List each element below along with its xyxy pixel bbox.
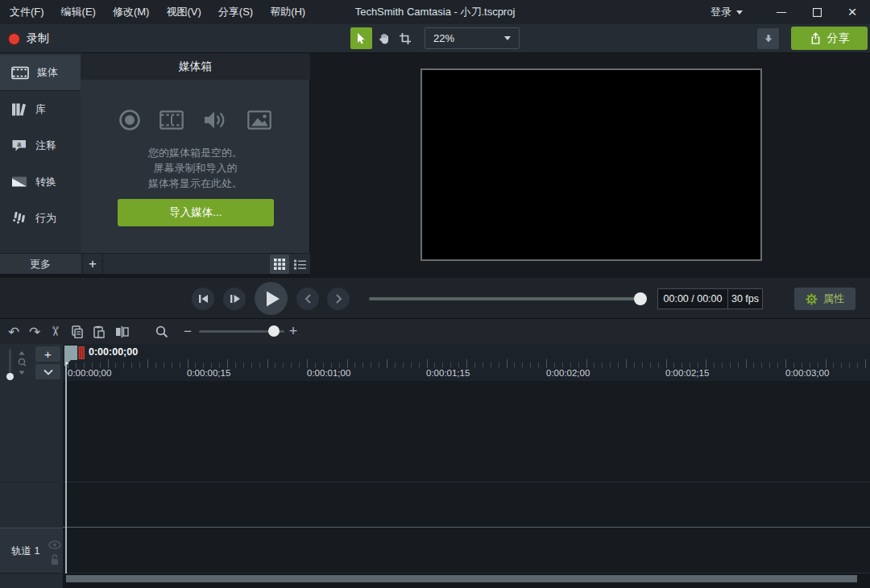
track1-label: 轨道 1 xyxy=(11,545,39,558)
chevron-down-icon xyxy=(736,10,743,14)
chevron-down-icon xyxy=(44,369,53,375)
media-bin-title: 媒体箱 xyxy=(81,53,310,80)
plus-icon: + xyxy=(289,323,298,340)
sidebar-item-label: 注释 xyxy=(35,139,56,153)
ruler-label: 0:00:02;15 xyxy=(665,368,709,378)
audio-icon xyxy=(202,108,226,132)
seek-slider[interactable] xyxy=(369,297,644,300)
playhead-marker[interactable] xyxy=(64,345,85,368)
behaviors-icon xyxy=(11,211,27,225)
sidebar-item-label: 媒体 xyxy=(37,65,58,80)
timeline-zoom-button[interactable] xyxy=(153,319,171,344)
zoom-in-button[interactable]: + xyxy=(286,319,300,344)
sidebar-item-annotations[interactable]: a 注释 xyxy=(0,127,81,164)
track-lock-icon[interactable] xyxy=(50,553,60,565)
record-label: 录制 xyxy=(27,31,49,46)
properties-button[interactable]: 属性 xyxy=(794,288,856,310)
ruler-label: 0:00:00;15 xyxy=(187,368,230,378)
playhead-time: 0:00:00;00 xyxy=(89,346,138,358)
grid-view-button[interactable] xyxy=(270,255,289,274)
menu-bar: 文件(F) 编辑(E) 修改(M) 视图(V) 分享(S) 帮助(H) xyxy=(0,5,307,19)
redo-icon: ↷ xyxy=(29,324,40,340)
sidebar-item-behaviors[interactable]: 行为 xyxy=(0,200,81,236)
menu-edit[interactable]: 编辑(E) xyxy=(60,5,97,19)
quick-export-button[interactable] xyxy=(757,28,779,49)
timeline-tracks[interactable] xyxy=(63,381,870,574)
hand-icon xyxy=(378,32,391,45)
sign-in-button[interactable]: 登录 xyxy=(710,5,743,19)
timeline-toolbar: ↶ ↷ ✂ xyxy=(0,319,870,344)
video-preview[interactable] xyxy=(420,68,762,261)
close-button[interactable]: × xyxy=(835,0,870,24)
import-media-button[interactable]: 导入媒体... xyxy=(118,199,274,226)
grid-view-icon xyxy=(274,259,285,270)
track1-header[interactable]: 轨道 1 xyxy=(0,528,63,574)
add-media-button[interactable]: + xyxy=(82,254,103,275)
sidebar-item-transitions[interactable]: 转换 xyxy=(0,164,81,200)
title-bar: 文件(F) 编辑(E) 修改(M) 视图(V) 分享(S) 帮助(H) Tech… xyxy=(0,0,870,24)
media-bin-panel: 媒体箱 您的媒体箱是空的。 屏幕录制和导入的 媒体将显示在此处。 xyxy=(81,53,310,253)
properties-label: 属性 xyxy=(823,292,844,306)
cut-button[interactable]: ✂ xyxy=(47,319,64,344)
chevron-left-icon xyxy=(304,294,312,304)
undo-icon: ↶ xyxy=(8,324,19,340)
sidebar-item-label: 库 xyxy=(35,102,46,117)
playhead-line[interactable] xyxy=(65,360,67,574)
menu-modify[interactable]: 修改(M) xyxy=(111,5,151,19)
sidebar-item-label: 行为 xyxy=(35,211,56,226)
maximize-button[interactable] xyxy=(799,0,835,24)
split-icon xyxy=(115,326,129,337)
menu-share[interactable]: 分享(S) xyxy=(217,5,255,19)
pan-tool-button[interactable] xyxy=(373,27,395,49)
track-visibility-icon[interactable] xyxy=(48,540,61,549)
seek-slider-handle[interactable] xyxy=(634,292,647,305)
gear-icon xyxy=(806,293,818,305)
cursor-icon xyxy=(355,32,367,45)
collapse-tracks-button[interactable] xyxy=(35,364,60,379)
menu-file[interactable]: 文件(F) xyxy=(8,5,46,19)
crop-tool-button[interactable] xyxy=(394,27,416,49)
select-tool-button[interactable] xyxy=(350,27,372,49)
canvas-zoom-dropdown[interactable]: 22% xyxy=(425,27,520,49)
zoom-out-button[interactable]: − xyxy=(180,319,195,344)
magnifier-icon xyxy=(155,325,168,338)
crop-icon xyxy=(399,32,412,45)
next-frame-button[interactable] xyxy=(223,288,246,310)
media-bin-title-label: 媒体箱 xyxy=(179,60,213,74)
jump-back-button[interactable] xyxy=(296,288,319,310)
timeline-zoom-handle[interactable] xyxy=(268,325,280,337)
paste-button[interactable] xyxy=(90,319,108,344)
frame-rate: 30 fps xyxy=(727,288,763,309)
record-button[interactable]: 录制 xyxy=(8,30,49,48)
ruler-label: 0:00:01;15 xyxy=(426,368,470,378)
timeline-ruler[interactable]: 0:00:00;00 0:00:00;00 0:00:00;15 0:00:01… xyxy=(63,344,870,381)
track-zoom-icon[interactable] xyxy=(17,351,27,375)
sidebar-item-label: 转换 xyxy=(35,175,56,189)
minimize-button[interactable]: — xyxy=(764,0,799,24)
close-icon: × xyxy=(847,3,856,21)
copy-icon xyxy=(72,325,83,338)
split-button[interactable] xyxy=(113,319,130,344)
menu-help[interactable]: 帮助(H) xyxy=(268,5,307,19)
redo-button[interactable]: ↷ xyxy=(26,319,44,344)
previous-frame-button[interactable] xyxy=(192,288,214,310)
menu-view[interactable]: 视图(V) xyxy=(164,5,202,19)
list-view-button[interactable] xyxy=(290,255,309,274)
share-button[interactable]: 分享 xyxy=(791,27,868,50)
plus-icon: + xyxy=(44,347,52,361)
sidebar-item-library[interactable]: 库 xyxy=(0,91,81,127)
previous-frame-icon xyxy=(198,294,209,304)
sidebar-more-button[interactable]: 更多 xyxy=(0,253,81,274)
image-icon xyxy=(247,110,271,130)
copy-button[interactable] xyxy=(68,319,86,344)
play-button[interactable] xyxy=(255,282,288,315)
more-label: 更多 xyxy=(30,257,51,271)
undo-button[interactable]: ↶ xyxy=(5,319,23,344)
add-track-button[interactable]: + xyxy=(35,346,60,362)
horizontal-scrollbar[interactable] xyxy=(66,575,857,582)
playback-controls: 00:00 / 00:00 30 fps 属性 xyxy=(0,278,870,319)
sign-in-label: 登录 xyxy=(710,5,731,19)
sidebar-item-media[interactable]: 媒体 xyxy=(0,55,81,91)
jump-forward-button[interactable] xyxy=(327,288,350,310)
track-height-handle[interactable] xyxy=(6,373,14,380)
